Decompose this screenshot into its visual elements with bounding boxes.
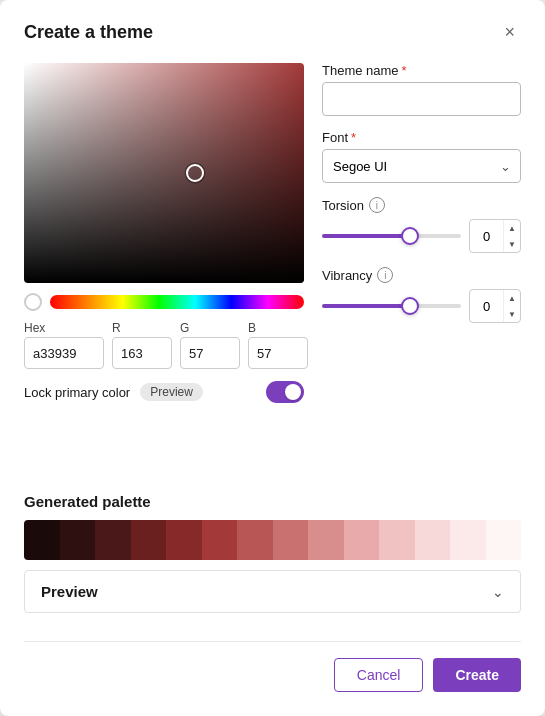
vibrancy-decrement-button[interactable]: ▼ xyxy=(504,306,520,322)
vibrancy-slider[interactable] xyxy=(322,304,461,308)
main-content: Hex R G B Lock primary color Pre xyxy=(24,63,521,483)
lock-toggle[interactable] xyxy=(266,381,304,403)
torsion-section: Torsion i ▲ ▼ xyxy=(322,197,521,253)
toggle-knob xyxy=(285,384,301,400)
palette-swatch[interactable] xyxy=(202,520,238,560)
hex-label: Hex xyxy=(24,321,104,335)
palette-swatch[interactable] xyxy=(450,520,486,560)
torsion-decrement-button[interactable]: ▼ xyxy=(504,236,520,252)
color-picker-canvas[interactable] xyxy=(24,63,304,283)
b-input[interactable] xyxy=(248,337,308,369)
b-label: B xyxy=(248,321,308,335)
hex-rgb-row: Hex R G B xyxy=(24,321,304,369)
color-cursor xyxy=(186,164,204,182)
create-theme-dialog: Create a theme × Hex R xyxy=(0,0,545,716)
r-label: R xyxy=(112,321,172,335)
palette-swatch[interactable] xyxy=(344,520,380,560)
vibrancy-slider-thumb xyxy=(401,297,419,315)
palette-swatch[interactable] xyxy=(486,520,522,560)
lock-row: Lock primary color Preview xyxy=(24,381,304,403)
font-select-wrapper: Segoe UI Arial Calibri Times New Roman ⌄ xyxy=(322,149,521,183)
font-field: Font * Segoe UI Arial Calibri Times New … xyxy=(322,130,521,183)
theme-name-field: Theme name * xyxy=(322,63,521,116)
hue-slider-row xyxy=(24,293,304,311)
torsion-value[interactable] xyxy=(470,229,503,244)
palette-section: Generated palette xyxy=(24,493,521,560)
torsion-info-icon: i xyxy=(369,197,385,213)
color-gradient xyxy=(24,63,304,283)
torsion-slider[interactable] xyxy=(322,234,461,238)
g-label: G xyxy=(180,321,240,335)
cancel-button[interactable]: Cancel xyxy=(334,658,424,692)
palette-swatch[interactable] xyxy=(24,520,60,560)
palette-swatch[interactable] xyxy=(131,520,167,560)
hex-input[interactable] xyxy=(24,337,104,369)
torsion-spinbox-buttons: ▲ ▼ xyxy=(503,220,520,252)
left-panel: Hex R G B Lock primary color Pre xyxy=(24,63,304,483)
torsion-increment-button[interactable]: ▲ xyxy=(504,220,520,236)
vibrancy-info-icon: i xyxy=(377,267,393,283)
preview-badge: Preview xyxy=(140,383,203,401)
vibrancy-spinbox-buttons: ▲ ▼ xyxy=(503,290,520,322)
lock-label: Lock primary color xyxy=(24,385,130,400)
theme-name-label: Theme name * xyxy=(322,63,521,78)
preview-header[interactable]: Preview ⌄ xyxy=(25,571,520,612)
font-label: Font * xyxy=(322,130,521,145)
preview-section: Preview ⌄ xyxy=(24,570,521,613)
vibrancy-spinbox[interactable]: ▲ ▼ xyxy=(469,289,521,323)
hue-slider[interactable] xyxy=(50,295,304,309)
palette-swatch[interactable] xyxy=(308,520,344,560)
font-select[interactable]: Segoe UI Arial Calibri Times New Roman xyxy=(322,149,521,183)
r-group: R xyxy=(112,321,172,369)
b-group: B xyxy=(248,321,308,369)
preview-header-label: Preview xyxy=(41,583,98,600)
vibrancy-label: Vibrancy i xyxy=(322,267,521,283)
vibrancy-increment-button[interactable]: ▲ xyxy=(504,290,520,306)
vibrancy-section: Vibrancy i ▲ ▼ xyxy=(322,267,521,323)
right-panel: Theme name * Font * Segoe UI Arial Calib… xyxy=(322,63,521,483)
required-star: * xyxy=(402,63,407,78)
chevron-down-icon: ⌄ xyxy=(492,584,504,600)
font-required-star: * xyxy=(351,130,356,145)
theme-name-input[interactable] xyxy=(322,82,521,116)
g-group: G xyxy=(180,321,240,369)
dialog-header: Create a theme × xyxy=(24,20,521,45)
vibrancy-slider-row: ▲ ▼ xyxy=(322,289,521,323)
palette-title: Generated palette xyxy=(24,493,521,510)
g-input[interactable] xyxy=(180,337,240,369)
hex-group: Hex xyxy=(24,321,104,369)
close-button[interactable]: × xyxy=(498,20,521,45)
vibrancy-value[interactable] xyxy=(470,299,503,314)
palette-row xyxy=(24,520,521,560)
create-button[interactable]: Create xyxy=(433,658,521,692)
hue-indicator xyxy=(24,293,42,311)
palette-swatch[interactable] xyxy=(60,520,96,560)
palette-swatch[interactable] xyxy=(166,520,202,560)
torsion-label: Torsion i xyxy=(322,197,521,213)
torsion-slider-thumb xyxy=(401,227,419,245)
torsion-spinbox[interactable]: ▲ ▼ xyxy=(469,219,521,253)
dialog-title: Create a theme xyxy=(24,22,153,43)
palette-swatch[interactable] xyxy=(415,520,451,560)
palette-swatch[interactable] xyxy=(273,520,309,560)
palette-swatch[interactable] xyxy=(95,520,131,560)
palette-swatch[interactable] xyxy=(379,520,415,560)
palette-swatch[interactable] xyxy=(237,520,273,560)
torsion-slider-row: ▲ ▼ xyxy=(322,219,521,253)
r-input[interactable] xyxy=(112,337,172,369)
footer: Cancel Create xyxy=(24,641,521,692)
